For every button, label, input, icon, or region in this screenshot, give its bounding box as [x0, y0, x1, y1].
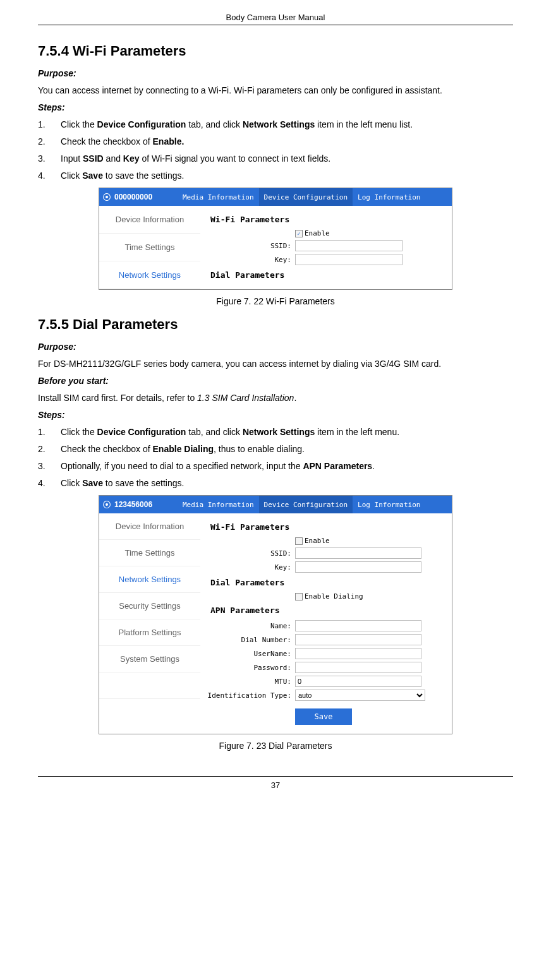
sidebar-item-security-settings[interactable]: Security Settings	[99, 593, 200, 619]
key-input[interactable]	[295, 561, 421, 573]
id-type-label: Identification Type:	[200, 691, 295, 700]
enable-label: Enable	[305, 229, 330, 237]
mtu-label: MTU:	[200, 678, 295, 686]
tab-media-information[interactable]: Media Information	[178, 188, 259, 206]
app-topbar-2: ⦿ 123456006 Media Information Device Con…	[99, 496, 452, 513]
step: Click Save to save the settings.	[38, 169, 513, 182]
apn-name-input[interactable]	[295, 620, 421, 631]
section-title-dial-2: Dial Parameters	[200, 575, 452, 590]
ssid-input[interactable]	[295, 547, 421, 559]
sidebar-item-network-settings[interactable]: Network Settings	[99, 566, 200, 593]
username-label: UserName:	[200, 650, 295, 658]
content-panel: Wi-Fi Parameters ✓Enable SSID: Key: Dial…	[200, 206, 452, 289]
page-number: 37	[38, 776, 513, 790]
mtu-input[interactable]	[295, 676, 421, 687]
sidebar-item-system-settings[interactable]: System Settings	[99, 646, 200, 672]
tab-device-configuration[interactable]: Device Configuration	[259, 496, 353, 513]
section-title-apn: APN Parameters	[200, 603, 452, 618]
steps-label-2: Steps:	[38, 409, 513, 422]
figure-7-22: ⦿ 000000000 Media Information Device Con…	[38, 188, 513, 290]
step: Input SSID and Key of Wi-Fi signal you w…	[38, 152, 513, 165]
steps-list-2: Click the Device Configuration tab, and …	[38, 426, 513, 490]
purpose-text-2: For DS-MH2111/32G/GLF series body camera…	[38, 357, 513, 371]
before-start-label: Before you start:	[38, 374, 513, 388]
figure-caption-7-22: Figure 7. 22 Wi-Fi Parameters	[38, 296, 513, 306]
sidebar: Device Information Time Settings Network…	[99, 206, 200, 289]
logo-icon: ⦿	[99, 499, 114, 510]
heading-dial-parameters: 7.5.5 Dial Parameters	[38, 316, 513, 333]
device-id: 000000000	[114, 193, 178, 201]
id-type-select[interactable]: auto	[295, 690, 425, 701]
checkbox-icon	[295, 593, 303, 601]
sidebar-item-time-settings[interactable]: Time Settings	[99, 540, 200, 566]
heading-wifi-parameters: 7.5.4 Wi-Fi Parameters	[38, 43, 513, 59]
step: Check the checkbox of Enable.	[38, 135, 513, 148]
steps-label: Steps:	[38, 101, 513, 114]
key-input[interactable]	[295, 254, 403, 265]
password-label: Password:	[200, 664, 295, 672]
section-title-dial: Dial Parameters	[200, 268, 452, 282]
enable-checkbox-2[interactable]: Enable	[295, 537, 330, 545]
tab-device-configuration[interactable]: Device Configuration	[259, 188, 353, 206]
checkbox-icon	[295, 537, 303, 545]
enable-checkbox[interactable]: ✓Enable	[295, 229, 330, 237]
purpose-label: Purpose:	[38, 67, 513, 80]
tab-log-information[interactable]: Log Information	[353, 496, 425, 513]
steps-list-1: Click the Device Configuration tab, and …	[38, 118, 513, 182]
enable-label: Enable	[305, 537, 330, 545]
step: Click the Device Configuration tab, and …	[38, 118, 513, 131]
logo-icon: ⦿	[99, 192, 114, 202]
step: Optionally, if you need to dial to a spe…	[38, 460, 513, 473]
sidebar-item-platform-settings[interactable]: Platform Settings	[99, 619, 200, 646]
sidebar-item-network-settings[interactable]: Network Settings	[99, 261, 200, 289]
sidebar-2: Device Information Time Settings Network…	[99, 513, 200, 734]
ssid-input[interactable]	[295, 240, 403, 251]
sidebar-item-empty	[99, 672, 200, 699]
key-label: Key:	[200, 563, 295, 571]
page-header: Body Camera User Manual	[38, 13, 513, 25]
content-panel-2: Wi-Fi Parameters Enable SSID: Key: Dial …	[200, 513, 452, 734]
ssid-label: SSID:	[200, 549, 295, 558]
dial-number-label: Dial Number:	[200, 636, 295, 644]
password-input[interactable]	[295, 662, 421, 673]
key-label: Key:	[200, 256, 295, 264]
figure-7-23: ⦿ 123456006 Media Information Device Con…	[38, 495, 513, 734]
app-topbar: ⦿ 000000000 Media Information Device Con…	[99, 188, 452, 206]
step: Check the checkbox of Enable Dialing, th…	[38, 443, 513, 456]
tab-media-information[interactable]: Media Information	[178, 496, 259, 513]
purpose-label-2: Purpose:	[38, 340, 513, 354]
device-id-2: 123456006	[114, 500, 178, 509]
before-start-text: Install SIM card first. For details, ref…	[38, 391, 513, 405]
sidebar-item-device-information[interactable]: Device Information	[99, 513, 200, 540]
dial-number-input[interactable]	[295, 634, 421, 645]
apn-name-label: Name:	[200, 622, 295, 630]
tab-log-information[interactable]: Log Information	[353, 188, 425, 206]
ssid-label: SSID:	[200, 242, 295, 250]
step: Click Save to save the settings.	[38, 477, 513, 490]
step: Click the Device Configuration tab, and …	[38, 426, 513, 439]
username-input[interactable]	[295, 648, 421, 659]
section-title-wifi-2: Wi-Fi Parameters	[200, 520, 452, 534]
checkbox-icon: ✓	[295, 230, 303, 237]
enable-dialing-checkbox[interactable]: Enable Dialing	[295, 592, 363, 601]
sidebar-item-device-information[interactable]: Device Information	[99, 206, 200, 234]
enable-dialing-label: Enable Dialing	[305, 592, 363, 601]
purpose-text: You can access internet by connecting to…	[38, 84, 513, 97]
save-button[interactable]: Save	[295, 708, 352, 725]
figure-caption-7-23: Figure 7. 23 Dial Parameters	[38, 741, 513, 751]
sidebar-item-time-settings[interactable]: Time Settings	[99, 234, 200, 261]
section-title-wifi: Wi-Fi Parameters	[200, 212, 452, 227]
